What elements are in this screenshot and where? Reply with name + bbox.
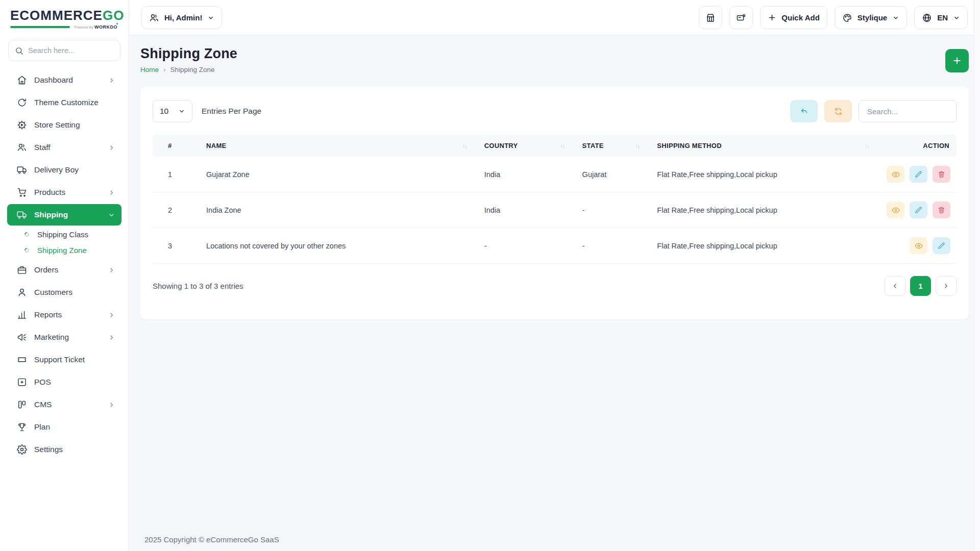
theme-customize-icon [17, 97, 27, 108]
chevron-down-icon [108, 211, 115, 219]
logo-underline [10, 26, 70, 28]
sidebar-item-products[interactable]: Products [7, 182, 121, 203]
sidebar-nav: Dashboard Theme Customize Store Setting … [0, 64, 129, 551]
sidebar-item-dashboard[interactable]: Dashboard [7, 69, 121, 91]
sort-icon[interactable]: ↑↓ [462, 143, 467, 149]
view-button[interactable] [910, 237, 927, 254]
sidebar-item-pos[interactable]: POS [7, 371, 121, 393]
add-shipping-zone-button[interactable] [945, 49, 969, 72]
card-button[interactable] [729, 6, 753, 29]
next-page-button[interactable] [936, 276, 957, 296]
chevron-down-icon [178, 108, 185, 115]
palette-icon [842, 13, 852, 23]
undo-icon [800, 107, 808, 116]
chevron-left-icon [891, 282, 899, 290]
user-menu-button[interactable]: Hi, Admin! [141, 6, 222, 29]
breadcrumb-home-link[interactable]: Home [140, 66, 159, 73]
sidebar-item-settings[interactable]: Settings [7, 439, 121, 460]
sidebar-item-shipping-class[interactable]: Shipping Class [7, 227, 121, 242]
sort-icon[interactable]: ↑↓ [865, 143, 869, 149]
page-1-button[interactable]: 1 [910, 276, 931, 296]
sidebar-item-label: Orders [34, 265, 58, 274]
sidebar-item-cms[interactable]: CMS [7, 394, 121, 415]
sidebar-item-label: Products [34, 188, 65, 197]
sidebar-item-marketing[interactable]: Marketing [7, 327, 121, 348]
sidebar-item-orders[interactable]: Orders [7, 259, 121, 281]
breadcrumb-current: Shipping Zone [170, 66, 215, 73]
content: Shipping Zone Home › Shipping Zone 10 En… [129, 36, 980, 551]
sidebar-item-shipping-zone[interactable]: Shipping Zone [7, 242, 121, 258]
eye-icon [892, 206, 900, 214]
chevron-right-icon [108, 401, 115, 409]
cell-method: Flat Rate,Free shipping,Local pickup [652, 192, 881, 228]
topbar: Hi, Admin! Quick Add Stylique EN [129, 0, 980, 36]
table-header-row: # NAME↑↓ COUNTRY↑↓ STATE↑↓ SHIPPING METH… [153, 135, 957, 157]
edit-button[interactable] [910, 202, 927, 218]
edit-button[interactable] [933, 237, 950, 254]
powered-by-label: Powered By WORKDO [74, 24, 117, 30]
theme-style-button[interactable]: Stylique [835, 6, 907, 29]
delete-button[interactable] [933, 202, 950, 218]
column-header-country[interactable]: COUNTRY↑↓ [479, 135, 577, 157]
sidebar-item-customers[interactable]: Customers [7, 282, 121, 303]
table-search-input[interactable] [859, 100, 957, 122]
delete-button[interactable] [933, 166, 950, 183]
sidebar-search-input[interactable] [28, 46, 124, 55]
trash-icon [938, 170, 945, 178]
sidebar-item-reports[interactable]: Reports [7, 304, 121, 325]
storefront-button[interactable] [699, 6, 722, 29]
column-header-method[interactable]: SHIPPING METHOD↑↓ [652, 135, 881, 157]
refresh-button[interactable] [824, 100, 852, 122]
sort-icon[interactable]: ↑↓ [560, 143, 565, 149]
undo-button[interactable] [790, 100, 818, 122]
scrollbar[interactable] [974, 0, 980, 551]
chevron-right-icon [108, 144, 115, 152]
view-button[interactable] [887, 166, 904, 183]
card-badge-icon [736, 13, 746, 23]
page-title: Shipping Zone [140, 46, 237, 62]
sidebar-item-label: Plan [34, 422, 50, 432]
cell-num: 3 [153, 228, 201, 264]
chevron-down-icon [953, 14, 960, 21]
refresh-icon [834, 107, 843, 116]
eye-icon [915, 242, 923, 250]
users-icon [149, 13, 159, 23]
quick-add-button[interactable]: Quick Add [760, 6, 827, 29]
column-header-state[interactable]: STATE↑↓ [577, 135, 652, 157]
gear-icon [17, 444, 27, 455]
cell-num: 1 [153, 157, 201, 192]
sidebar-item-theme-customize[interactable]: Theme Customize [7, 92, 121, 113]
sidebar-item-label: Dashboard [34, 76, 73, 85]
sidebar-item-store-setting[interactable]: Store Setting [7, 114, 121, 136]
view-button[interactable] [887, 202, 904, 218]
sidebar-item-shipping[interactable]: Shipping [7, 204, 121, 226]
sidebar-item-support-ticket[interactable]: Support Ticket [7, 349, 121, 370]
table-row: 3 Locations not covered by your other zo… [153, 228, 957, 264]
shipping-zone-table: # NAME↑↓ COUNTRY↑↓ STATE↑↓ SHIPPING METH… [153, 135, 957, 264]
language-button[interactable]: EN [914, 6, 968, 29]
column-header-name[interactable]: NAME↑↓ [201, 135, 479, 157]
bullet-icon [23, 247, 30, 254]
chevron-right-icon [108, 266, 115, 274]
prev-page-button[interactable] [885, 276, 905, 296]
sidebar-item-label: Delivery Boy [34, 165, 79, 174]
sort-icon[interactable]: ↑↓ [635, 143, 640, 149]
copyright-footer: 2025 Copyright © eCommerceGo SaaS [140, 527, 969, 551]
sidebar-item-delivery-boy[interactable]: Delivery Boy [7, 159, 121, 181]
sidebar-item-staff[interactable]: Staff [7, 137, 121, 158]
main-area: Hi, Admin! Quick Add Stylique EN [129, 0, 980, 551]
sidebar-item-label: Shipping Class [37, 230, 88, 239]
sidebar-item-plan[interactable]: Plan [7, 416, 121, 438]
chevron-right-icon [108, 334, 115, 341]
user-greeting: Hi, Admin! [164, 13, 202, 22]
sidebar-item-label: Staff [34, 143, 51, 152]
pencil-icon [915, 206, 922, 214]
edit-button[interactable] [910, 166, 927, 183]
app-logo[interactable]: ECOMMERCEGO Powered By WORKDO [0, 0, 129, 34]
shipping-truck-icon [17, 210, 27, 220]
sidebar-item-label: POS [34, 378, 51, 387]
entries-per-page-select[interactable]: 10 [153, 100, 192, 122]
cell-country: India [479, 157, 577, 192]
sidebar-item-label: Shipping Zone [37, 246, 87, 255]
bar-chart-icon [17, 310, 27, 320]
